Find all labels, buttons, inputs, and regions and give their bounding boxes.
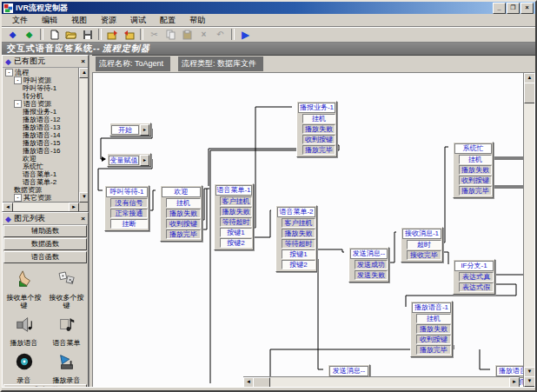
scroll-left-icon[interactable]: ◄ bbox=[3, 203, 13, 211]
node-expand-button[interactable]: ▸ bbox=[140, 155, 149, 166]
flow-node-branch-播放完毕[interactable]: 播放完毕 bbox=[459, 186, 492, 196]
flow-node-branch-按键2[interactable]: 按键2 bbox=[282, 260, 315, 269]
flow-node-branch-播放完毕[interactable]: 播放完毕 bbox=[416, 345, 451, 355]
maximize-button[interactable]: ❐ bbox=[507, 3, 520, 14]
flow-node-voice-menu-2[interactable]: 语音菜单-2客户挂机播放失败等待超时按键1按键2 bbox=[275, 205, 317, 272]
flow-node-branch-客户挂机[interactable]: 客户挂机 bbox=[282, 218, 315, 228]
flow-node-branch-播放完毕[interactable]: 播放完毕 bbox=[166, 229, 201, 239]
scroll-down-icon[interactable]: ▼ bbox=[79, 192, 88, 203]
tree-item-数据资源[interactable]: 数据资源 bbox=[4, 186, 78, 194]
menu-item-编辑[interactable]: 编辑 bbox=[35, 14, 64, 27]
tree-item-语音资源[interactable]: -语音资源 bbox=[4, 100, 78, 108]
menu-item-文件[interactable]: 文件 bbox=[5, 14, 35, 27]
palette-item-接收多个按键[interactable]: 接收多个按键 bbox=[45, 269, 88, 309]
flow-node-branch-挂机[interactable]: 挂机 bbox=[166, 198, 201, 208]
close-button[interactable]: × bbox=[520, 3, 534, 14]
category-语音函数[interactable]: 语音函数 bbox=[3, 251, 87, 263]
flow-node-call-wait-1[interactable]: 呼叫等待-1没有信号正常接通挂断 bbox=[104, 185, 149, 231]
flow-node-branch-按键1[interactable]: 按键1 bbox=[282, 249, 315, 259]
tree-collapse-icon[interactable]: - bbox=[14, 100, 22, 108]
tree-item-其它资源[interactable]: -其它资源 bbox=[4, 194, 78, 202]
tree-collapse-icon[interactable]: - bbox=[5, 69, 13, 76]
flow-node-branch-等待超时[interactable]: 等待超时 bbox=[282, 239, 315, 249]
flow-node-branch-客户挂机[interactable]: 客户挂机 bbox=[220, 196, 252, 206]
palette-item-语音菜单[interactable]: 语音菜单 bbox=[45, 315, 88, 347]
flow-node-branch-收到按键[interactable]: 收到按键 bbox=[416, 335, 451, 344]
back-diamond-icon[interactable]: ◆ bbox=[4, 28, 21, 41]
scroll-down-icon[interactable]: ▼ bbox=[524, 376, 535, 387]
flow-canvas[interactable]: ▲ ▼ ▼ ◄ ► 开始▸变量赋值▸播报业务-1挂机播放失败收到按键播放完毕呼叫… bbox=[92, 72, 535, 388]
scroll-thumb[interactable] bbox=[524, 83, 535, 103]
menu-item-资源[interactable]: 资源 bbox=[94, 14, 123, 27]
flow-node-welcome[interactable]: 欢迎挂机播放失败收到按键播放完毕 bbox=[160, 185, 202, 242]
palette-item-接收单个按键[interactable]: 接收单个按键 bbox=[3, 269, 45, 309]
scroll-right-icon[interactable]: ► bbox=[69, 203, 79, 211]
flow-node-branch-播放失败[interactable]: 播放失败 bbox=[166, 209, 201, 218]
flow-node-branch-表达式真[interactable]: 表达式真 bbox=[459, 272, 494, 282]
tree-collapse-icon[interactable]: - bbox=[14, 76, 22, 84]
flow-node-broadcast-1[interactable]: 播报业务-1挂机播放失败收到按键播放完毕 bbox=[296, 101, 337, 157]
flow-node-send-msg-1[interactable]: 发送消息--发送成功发送失败 bbox=[348, 247, 389, 282]
open-folder-icon[interactable] bbox=[63, 28, 79, 41]
category-数据函数[interactable]: 数据函数 bbox=[3, 238, 87, 250]
scroll-thumb[interactable] bbox=[253, 377, 270, 388]
tree-item-播放语音-14[interactable]: 播放语音-14 bbox=[4, 131, 78, 139]
existing-elements-header[interactable]: ◆ 已有图元 × bbox=[3, 56, 88, 68]
tree-item-系统忙[interactable]: 系统忙 bbox=[4, 163, 78, 170]
tree-item-呼叫资源[interactable]: -呼叫资源 bbox=[4, 76, 78, 84]
menu-item-配置[interactable]: 配置 bbox=[153, 14, 182, 27]
menu-item-帮助[interactable]: 帮助 bbox=[182, 14, 212, 27]
flow-node-branch-表达式假[interactable]: 表达式假 bbox=[459, 282, 494, 292]
panel-close-icon[interactable]: × bbox=[81, 57, 85, 65]
scroll-right-icon[interactable]: ► bbox=[509, 377, 520, 388]
flow-node-var-assign[interactable]: 变量赋值▸ bbox=[107, 153, 151, 167]
save-icon[interactable] bbox=[79, 28, 96, 41]
flow-node-branch-挂机[interactable]: 挂机 bbox=[416, 314, 451, 323]
flow-node-branch-收到按键[interactable]: 收到按键 bbox=[302, 135, 335, 144]
minimize-button[interactable]: _ bbox=[493, 3, 506, 14]
flow-node-branch-播放完毕[interactable]: 播放完毕 bbox=[302, 145, 335, 155]
palette-item-播放录音[interactable]: 播放录音 bbox=[45, 352, 88, 384]
tree-item-播放语音-15[interactable]: 播放语音-15 bbox=[4, 139, 78, 147]
menu-item-调试[interactable]: 调试 bbox=[123, 14, 153, 27]
tree-item-播放语音-12[interactable]: 播放语音-12 bbox=[4, 116, 78, 123]
element-list-header[interactable]: ◆ 图元列表 × bbox=[3, 213, 88, 225]
tree-item-呼叫等待-1[interactable]: 呼叫等待-1 bbox=[4, 84, 78, 92]
flow-node-start[interactable]: 开始▸ bbox=[109, 123, 151, 136]
flow-node-branch-播放失败[interactable]: 播放失败 bbox=[220, 207, 252, 216]
tree-item-转分机[interactable]: 转分机 bbox=[4, 92, 78, 100]
flow-node-branch-正常接通[interactable]: 正常接通 bbox=[110, 209, 148, 218]
flow-node-if-branch-1[interactable]: IF分支-1表达式真表达式假 bbox=[453, 259, 495, 295]
flow-node-branch-播放失败[interactable]: 播放失败 bbox=[282, 229, 315, 238]
flow-node-branch-挂机[interactable]: 挂机 bbox=[302, 114, 335, 123]
flow-node-recv-msg-1[interactable]: 接收消息-1超时接收完毕 bbox=[401, 227, 443, 262]
flow-node-branch-收到按键[interactable]: 收到按键 bbox=[166, 219, 201, 229]
forward-diamond-icon[interactable]: ◆ bbox=[21, 28, 37, 41]
panel-close-icon[interactable]: × bbox=[81, 215, 85, 223]
tree-item-播报业务-1[interactable]: 播报业务-1 bbox=[4, 108, 78, 116]
new-file-icon[interactable] bbox=[46, 28, 63, 41]
export-flow-icon[interactable] bbox=[121, 28, 137, 41]
tree-horizontal-scrollbar[interactable]: ◄ ► bbox=[3, 202, 79, 211]
flow-node-branch-挂机[interactable]: 挂机 bbox=[459, 155, 492, 164]
scroll-up-icon[interactable]: ▲ bbox=[79, 68, 88, 78]
category-辅助函数[interactable]: 辅助函数 bbox=[3, 225, 87, 237]
flow-node-branch-播放失败[interactable]: 播放失败 bbox=[459, 165, 492, 175]
flow-node-branch-发送成功[interactable]: 发送成功 bbox=[355, 260, 388, 269]
flow-node-branch-播放失败[interactable]: 播放失败 bbox=[302, 124, 335, 134]
tree-item-流程[interactable]: -流程 bbox=[4, 69, 78, 76]
tree-item-播放语音-16[interactable]: 播放语音-16 bbox=[4, 147, 78, 155]
flow-node-voice-menu-1[interactable]: 语音菜单-1客户挂机播放失败等待超时按键1按键2 bbox=[214, 183, 254, 250]
palette-item-录音[interactable]: 录音 bbox=[3, 352, 45, 384]
flow-node-branch-按键1[interactable]: 按键1 bbox=[220, 228, 252, 237]
tree-item-语音菜单-2[interactable]: 语音菜单-2 bbox=[4, 178, 78, 186]
canvas-horizontal-scrollbar[interactable]: ◄ ► bbox=[243, 376, 520, 387]
palette-item-播放语音[interactable]: 播放语音 bbox=[3, 315, 45, 347]
flow-node-branch-播放失败[interactable]: 播放失败 bbox=[416, 324, 451, 334]
flow-node-branch-接收完毕[interactable]: 接收完毕 bbox=[407, 250, 441, 260]
flow-node-branch-挂断[interactable]: 挂断 bbox=[110, 219, 148, 229]
canvas-vertical-scrollbar[interactable]: ▲ ▼ ▼ bbox=[523, 73, 534, 387]
flow-node-branch-等待超时[interactable]: 等待超时 bbox=[220, 217, 252, 227]
flow-node-branch-发送失败[interactable]: 发送失败 bbox=[355, 270, 388, 280]
tree-vertical-scrollbar[interactable]: ▲ ▼ bbox=[78, 68, 88, 203]
